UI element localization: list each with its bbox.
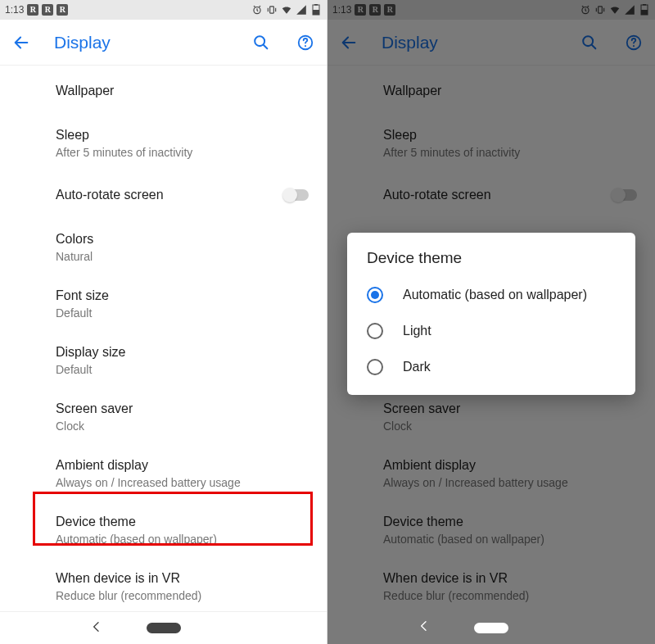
nav-home-pill[interactable] <box>474 623 508 633</box>
setting-vr[interactable]: When device is in VR Reduce blur (recomm… <box>0 558 327 611</box>
device-theme-dialog: Device theme Automatic (based on wallpap… <box>347 233 635 395</box>
item-title: When device is in VR <box>383 569 642 587</box>
notification-badge-2: R <box>42 4 53 16</box>
svg-point-15 <box>633 45 635 47</box>
theme-option-dark[interactable]: Dark <box>354 349 629 385</box>
svg-rect-1 <box>270 7 274 13</box>
item-subtitle: Automatic (based on wallpaper) <box>383 532 642 546</box>
app-bar: Display <box>328 20 655 66</box>
radio-label: Light <box>403 324 431 338</box>
setting-device-theme[interactable]: Device theme Automatic (based on wallpap… <box>0 501 327 558</box>
setting-device-theme[interactable]: Device theme Automatic (based on wallpap… <box>328 501 655 558</box>
setting-display-size[interactable]: Display size Default <box>0 332 327 388</box>
dual-phone-container: 1:13 R R R Display <box>0 0 655 644</box>
alarm-icon <box>251 4 263 16</box>
radio-label: Automatic (based on wallpaper) <box>403 288 587 302</box>
status-bar: 1:13 R R R <box>0 0 327 20</box>
radio-icon <box>367 359 383 375</box>
item-title: When device is in VR <box>56 569 314 587</box>
setting-vr[interactable]: When device is in VR Reduce blur (recomm… <box>328 558 655 611</box>
wifi-icon <box>281 4 292 16</box>
page-title: Display <box>382 33 557 52</box>
item-title: Colors <box>56 230 314 248</box>
item-subtitle: After 5 minutes of inactivity <box>56 145 314 160</box>
back-button[interactable] <box>10 31 33 54</box>
theme-option-light[interactable]: Light <box>354 313 629 349</box>
item-title: Auto-rotate screen <box>383 183 642 207</box>
wifi-icon <box>609 4 621 16</box>
help-button[interactable] <box>294 31 317 54</box>
help-button[interactable] <box>622 31 645 54</box>
search-button[interactable] <box>250 31 273 54</box>
item-subtitle: Reduce blur (recommended) <box>383 588 642 603</box>
setting-colors[interactable]: Colors Natural <box>0 219 327 275</box>
radio-icon <box>367 323 383 339</box>
setting-auto-rotate[interactable]: Auto-rotate screen <box>328 171 655 219</box>
item-subtitle: Natural <box>56 249 314 264</box>
theme-option-automatic[interactable]: Automatic (based on wallpaper) <box>354 277 629 313</box>
app-bar: Display <box>0 20 327 66</box>
svg-rect-4 <box>313 10 319 15</box>
setting-sleep[interactable]: Sleep After 5 minutes of inactivity <box>328 115 655 171</box>
page-title: Display <box>54 33 228 52</box>
battery-icon <box>310 4 322 16</box>
alarm-icon <box>580 4 591 16</box>
setting-font-size[interactable]: Font size Default <box>0 275 327 332</box>
signal-icon <box>624 4 635 16</box>
item-title: Ambient display <box>383 456 642 474</box>
settings-list: Wallpaper Sleep After 5 minutes of inact… <box>0 66 327 611</box>
item-title: Wallpaper <box>56 79 314 103</box>
back-button[interactable] <box>337 31 360 54</box>
radio-label: Dark <box>403 360 431 374</box>
setting-sleep[interactable]: Sleep After 5 minutes of inactivity <box>0 115 327 171</box>
svg-rect-9 <box>599 7 603 13</box>
vibrate-icon <box>266 4 278 16</box>
item-subtitle: Always on / Increased battery usage <box>56 475 314 490</box>
item-title: Wallpaper <box>383 79 642 103</box>
item-title: Ambient display <box>56 456 314 474</box>
setting-screen-saver[interactable]: Screen saver Clock <box>0 388 327 445</box>
item-title: Sleep <box>56 126 314 144</box>
phone-left: 1:13 R R R Display <box>0 0 328 644</box>
nav-bar <box>0 611 327 644</box>
item-title: Screen saver <box>383 400 642 418</box>
item-subtitle: After 5 minutes of inactivity <box>383 145 642 160</box>
auto-rotate-switch[interactable] <box>284 189 309 201</box>
item-title: Screen saver <box>56 400 314 418</box>
notification-badge-3: R <box>384 4 395 16</box>
status-time: 1:13 <box>332 4 351 16</box>
setting-ambient-display[interactable]: Ambient display Always on / Increased ba… <box>328 445 655 501</box>
notification-badge-2: R <box>369 4 381 16</box>
svg-rect-11 <box>643 4 646 6</box>
vibrate-icon <box>594 4 606 16</box>
setting-auto-rotate[interactable]: Auto-rotate screen <box>0 171 327 219</box>
nav-back-button[interactable] <box>90 620 103 637</box>
setting-wallpaper[interactable]: Wallpaper <box>0 67 327 115</box>
svg-rect-3 <box>314 4 318 6</box>
item-title: Font size <box>56 287 314 305</box>
nav-home-pill[interactable] <box>147 623 181 633</box>
search-button[interactable] <box>578 31 601 54</box>
status-bar: 1:13 R R R <box>328 0 655 20</box>
notification-badge-1: R <box>355 4 366 16</box>
auto-rotate-switch[interactable] <box>612 189 637 201</box>
notification-badge-3: R <box>56 4 68 16</box>
battery-icon <box>639 4 650 16</box>
item-subtitle: Default <box>56 306 314 320</box>
svg-rect-12 <box>641 10 648 15</box>
item-title: Device theme <box>56 513 314 531</box>
nav-back-button[interactable] <box>418 619 431 636</box>
radio-icon <box>367 287 383 303</box>
item-subtitle: Clock <box>383 419 642 433</box>
svg-point-7 <box>305 45 306 47</box>
item-title: Sleep <box>383 126 642 144</box>
item-title: Device theme <box>383 513 642 531</box>
item-subtitle: Default <box>56 362 314 377</box>
setting-screen-saver[interactable]: Screen saver Clock <box>328 388 655 445</box>
setting-ambient-display[interactable]: Ambient display Always on / Increased ba… <box>0 445 327 501</box>
item-subtitle: Always on / Increased battery usage <box>383 475 642 490</box>
item-subtitle: Reduce blur (recommended) <box>56 588 314 603</box>
setting-wallpaper[interactable]: Wallpaper <box>328 67 655 115</box>
signal-icon <box>296 4 307 16</box>
item-title: Auto-rotate screen <box>56 183 314 207</box>
